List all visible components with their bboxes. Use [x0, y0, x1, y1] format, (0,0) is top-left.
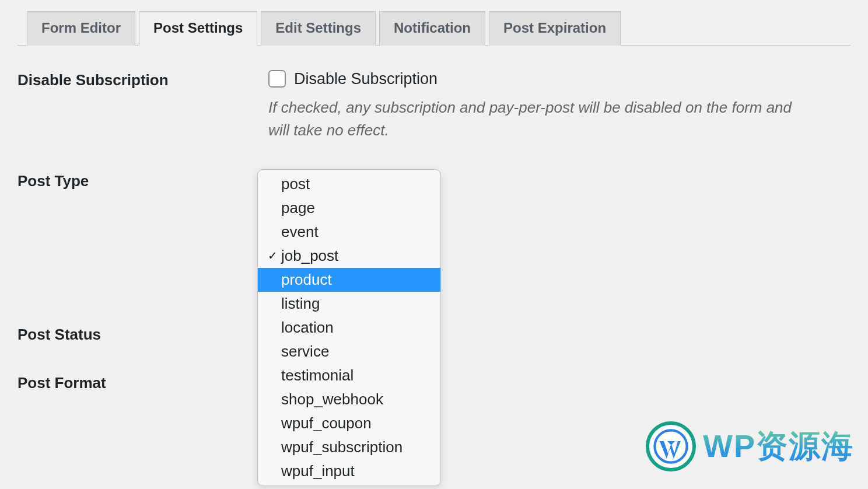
option-label: page: [281, 197, 315, 219]
option-label: job_post: [281, 245, 338, 267]
option-label: wpuf_input: [281, 460, 355, 482]
post-type-option-wpuf-coupon[interactable]: wpuf_coupon: [258, 411, 440, 435]
option-label: wpuf_subscription: [281, 436, 402, 458]
control-disable-subscription: Disable Subscription If checked, any sub…: [268, 70, 850, 142]
tab-form-editor[interactable]: Form Editor: [27, 11, 135, 46]
wordpress-icon: [646, 421, 696, 471]
label-post-status: Post Status: [18, 324, 268, 344]
check-icon: [264, 245, 281, 267]
option-label: post: [281, 173, 310, 195]
option-label: location: [281, 317, 334, 338]
tabs: Form Editor Post Settings Edit Settings …: [18, 11, 850, 46]
post-type-dropdown[interactable]: postpageeventjob_postproductlistinglocat…: [257, 169, 441, 486]
tab-edit-settings[interactable]: Edit Settings: [261, 11, 376, 46]
post-type-option-page[interactable]: page: [258, 196, 440, 220]
post-type-option-job-post[interactable]: job_post: [258, 244, 440, 268]
watermark-text: WP资源海: [703, 425, 854, 468]
post-type-option-testimonial[interactable]: testimonial: [258, 364, 440, 387]
label-post-format: Post Format: [18, 373, 268, 392]
option-label: event: [281, 221, 318, 243]
post-type-option-shop-webhook[interactable]: shop_webhook: [258, 387, 440, 411]
disable-subscription-checkbox[interactable]: [268, 70, 286, 88]
watermark: WP资源海: [646, 421, 854, 471]
label-disable-subscription: Disable Subscription: [18, 70, 268, 89]
option-label: service: [281, 341, 329, 362]
post-type-option-wpuf-input[interactable]: wpuf_input: [258, 459, 440, 483]
tab-post-expiration[interactable]: Post Expiration: [489, 11, 621, 46]
post-type-option-location[interactable]: location: [258, 316, 440, 340]
row-disable-subscription: Disable Subscription Disable Subscriptio…: [18, 70, 850, 142]
label-post-type: Post Type: [18, 171, 268, 190]
tab-post-settings[interactable]: Post Settings: [139, 11, 257, 46]
disable-subscription-checkbox-label: Disable Subscription: [294, 70, 438, 88]
option-label: listing: [281, 293, 320, 315]
option-label: testimonial: [281, 365, 354, 386]
option-label: product: [281, 269, 332, 291]
post-type-option-listing[interactable]: listing: [258, 292, 440, 316]
post-type-option-wpuf-subscription[interactable]: wpuf_subscription: [258, 435, 440, 459]
post-type-option-post[interactable]: post: [258, 172, 440, 196]
disable-subscription-help: If checked, any subscription and pay-per…: [268, 96, 811, 142]
post-type-option-event[interactable]: event: [258, 220, 440, 244]
option-label: shop_webhook: [281, 389, 383, 410]
tab-notification[interactable]: Notification: [379, 11, 485, 46]
post-type-option-product[interactable]: product: [258, 268, 440, 292]
post-type-option-service[interactable]: service: [258, 340, 440, 364]
option-label: wpuf_coupon: [281, 413, 372, 434]
